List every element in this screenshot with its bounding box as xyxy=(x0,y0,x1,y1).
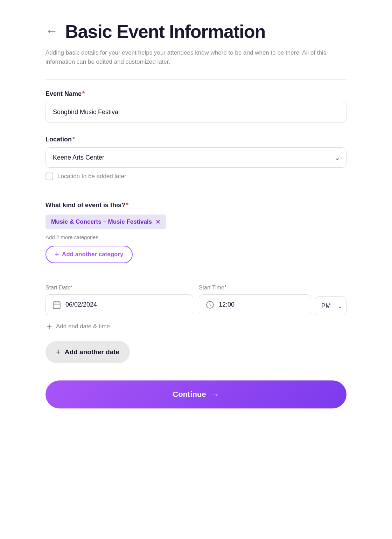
date-time-section: Start Date* Start Time* xyxy=(46,285,346,363)
add-end-date-row[interactable]: + Add end date & time xyxy=(46,322,346,331)
start-time-label: Start Time* xyxy=(199,285,311,291)
category-tag-close-icon[interactable]: ✕ xyxy=(155,218,161,226)
start-time-input-col: Start Time* xyxy=(199,285,311,315)
event-name-input[interactable] xyxy=(46,102,346,122)
ampm-select-col: AM PM ⌄ xyxy=(315,296,346,315)
location-select-wrapper: Keene Arts Center ⌄ xyxy=(46,147,346,168)
category-tag: Music & Concerts – Music Festivals ✕ xyxy=(46,215,166,229)
location-later-checkbox[interactable] xyxy=(46,173,53,180)
start-time-field: Start Time* AM PM xyxy=(199,285,346,315)
date-time-row: Start Date* Start Time* xyxy=(46,285,346,315)
continue-arrow-icon: → xyxy=(211,390,219,399)
add-another-plus-icon: + xyxy=(56,348,61,357)
event-name-label: Event Name* xyxy=(46,90,346,98)
page-title: Basic Event Information xyxy=(65,21,265,42)
add-more-hint: Add 2 more categories xyxy=(46,234,346,240)
section-divider-category xyxy=(46,191,346,191)
clock-icon xyxy=(205,300,215,309)
category-section: What kind of event is this?* Music & Con… xyxy=(46,202,346,263)
continue-label: Continue xyxy=(173,390,206,399)
category-question: What kind of event is this?* xyxy=(46,202,346,209)
start-date-input-wrapper xyxy=(46,294,193,315)
location-select[interactable]: Keene Arts Center xyxy=(46,147,346,168)
add-end-date-plus-icon: + xyxy=(47,322,52,331)
event-name-section: Event Name* xyxy=(46,90,346,122)
calendar-icon xyxy=(52,300,61,309)
add-end-date-label[interactable]: Add end date & time xyxy=(56,323,110,330)
location-later-label: Location to be added later xyxy=(57,173,126,180)
start-date-input[interactable] xyxy=(65,301,187,308)
location-checkbox-row: Location to be added later xyxy=(46,173,346,180)
add-category-button[interactable]: + Add another category xyxy=(46,246,133,263)
ampm-select[interactable]: AM PM xyxy=(315,296,346,315)
category-tag-text: Music & Concerts – Music Festivals xyxy=(51,218,152,225)
start-time-input-wrapper xyxy=(199,294,311,315)
start-date-label: Start Date* xyxy=(46,285,193,291)
page-subtitle: Adding basic details for your event help… xyxy=(46,48,346,67)
start-time-input[interactable] xyxy=(219,301,243,308)
location-section: Location* Keene Arts Center ⌄ Location t… xyxy=(46,136,346,180)
plus-icon: + xyxy=(55,251,59,258)
ampm-select-wrapper: AM PM ⌄ xyxy=(315,296,346,315)
add-category-label: Add another category xyxy=(62,251,124,258)
section-divider-date xyxy=(46,274,346,274)
location-label: Location* xyxy=(46,136,346,143)
start-date-field: Start Date* xyxy=(46,285,193,315)
add-another-date-button[interactable]: + Add another date xyxy=(46,341,130,363)
header-row: ← Basic Event Information xyxy=(46,21,346,42)
add-another-date-label: Add another date xyxy=(65,348,119,356)
section-divider-top xyxy=(46,79,346,80)
back-button[interactable]: ← xyxy=(46,24,58,37)
svg-rect-0 xyxy=(53,302,60,309)
continue-button[interactable]: Continue → xyxy=(46,380,346,408)
